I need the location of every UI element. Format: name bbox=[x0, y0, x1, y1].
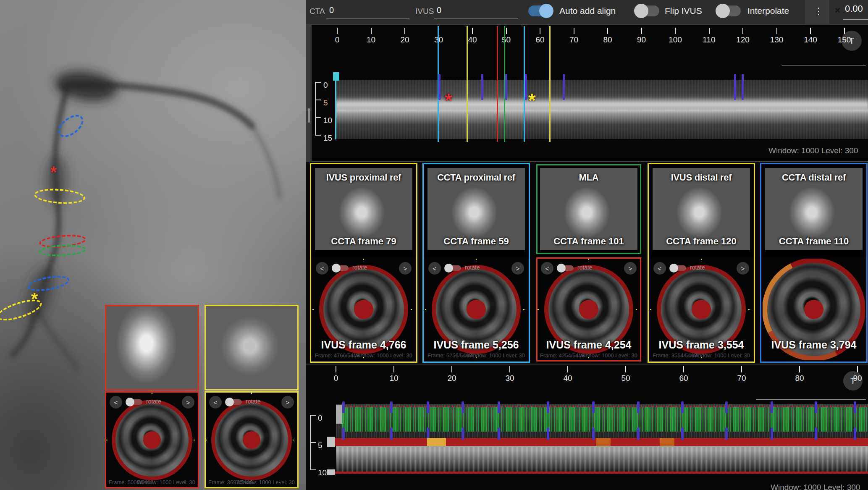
next-frame-button[interactable]: > bbox=[399, 262, 412, 275]
rotate-toggle-knob[interactable] bbox=[225, 398, 234, 406]
offset-value-field[interactable]: 0.00 bbox=[845, 3, 863, 14]
gating-mark[interactable] bbox=[815, 427, 817, 440]
prev-frame-button[interactable]: < bbox=[110, 396, 122, 409]
gating-mark[interactable] bbox=[390, 427, 393, 440]
top-ruler-label: 60 bbox=[535, 35, 544, 45]
rotate-toggle[interactable] bbox=[333, 265, 349, 271]
toggle-knob[interactable] bbox=[634, 4, 648, 18]
rotate-toggle-knob[interactable] bbox=[126, 398, 134, 406]
rotate-toggle[interactable] bbox=[126, 399, 142, 405]
gating-mark[interactable] bbox=[854, 427, 856, 440]
gating-mark[interactable] bbox=[390, 401, 393, 413]
ivus-view[interactable]: IVUS frame 3,794 bbox=[761, 257, 866, 362]
sync-line[interactable] bbox=[549, 26, 551, 142]
stent-segment[interactable] bbox=[596, 438, 611, 446]
ccta-thumbnail[interactable]: CCTA proximal ref CCTA frame 59 bbox=[424, 164, 529, 254]
gating-mark[interactable] bbox=[771, 401, 773, 413]
auto-add-align-toggle[interactable] bbox=[528, 5, 553, 16]
gating-mark[interactable] bbox=[592, 427, 595, 440]
ccta-thumbnail[interactable]: IVUS distal ref CCTA frame 120 bbox=[649, 164, 754, 254]
secondary-track-line[interactable] bbox=[334, 472, 868, 474]
ivus-view[interactable]: < > rotate IVUS frame 5,256 Frame: 5256/… bbox=[424, 257, 529, 362]
bookmark-mark[interactable] bbox=[481, 74, 483, 100]
gating-mark[interactable] bbox=[342, 401, 345, 413]
gating-mark[interactable] bbox=[725, 401, 728, 413]
sync-line[interactable] bbox=[467, 26, 468, 142]
ivus-view[interactable]: < > rotate IVUS frame 4,766 Frame: 4766/… bbox=[311, 257, 416, 362]
gating-mark[interactable] bbox=[462, 401, 464, 413]
secondary-track-handle[interactable] bbox=[327, 469, 335, 475]
ivus-view[interactable]: < > rotate IVUS frame 4,254 Frame: 4254/… bbox=[536, 257, 641, 362]
angiography-view[interactable]: * * < > rotate Frame: 5006/5408 Window: … bbox=[0, 0, 306, 490]
ivus-view[interactable]: < > rotate IVUS frame 3,554 Frame: 3554/… bbox=[649, 257, 754, 362]
gating-mark[interactable] bbox=[725, 427, 728, 440]
next-frame-button[interactable]: > bbox=[511, 262, 524, 275]
kebab-menu-icon[interactable]: ⋮ bbox=[814, 6, 823, 17]
gating-mark[interactable] bbox=[547, 401, 549, 413]
flip-ivus-toggle[interactable] bbox=[635, 5, 659, 16]
stent-segment[interactable] bbox=[660, 438, 674, 446]
prev-frame-button[interactable]: < bbox=[653, 262, 666, 275]
toggle-knob[interactable] bbox=[539, 4, 553, 18]
gating-mark[interactable] bbox=[681, 401, 684, 413]
gating-mark[interactable] bbox=[637, 401, 640, 413]
gating-mark[interactable] bbox=[637, 427, 640, 440]
scrollbar-track[interactable] bbox=[306, 24, 312, 162]
gating-mark[interactable] bbox=[547, 427, 549, 440]
prev-frame-button[interactable]: < bbox=[428, 262, 441, 275]
rotate-toggle[interactable] bbox=[670, 265, 686, 271]
next-frame-button[interactable]: > bbox=[182, 396, 194, 409]
ccta-thumbnail[interactable]: CCTA distal ref CCTA frame 110 bbox=[761, 164, 866, 254]
sync-line[interactable] bbox=[497, 26, 498, 142]
rotate-toggle-knob[interactable] bbox=[669, 264, 678, 273]
gating-mark[interactable] bbox=[427, 401, 429, 413]
track-start-handle[interactable] bbox=[327, 437, 335, 447]
rotate-toggle[interactable] bbox=[226, 399, 242, 405]
gating-mark[interactable] bbox=[498, 427, 500, 440]
next-frame-button[interactable]: > bbox=[737, 262, 749, 275]
top-ruler-label: 20 bbox=[400, 35, 409, 45]
gating-mark[interactable] bbox=[342, 427, 345, 440]
rotate-toggle[interactable] bbox=[445, 265, 461, 271]
ivus-longitudinal-lower[interactable] bbox=[336, 446, 868, 472]
prev-frame-button[interactable]: < bbox=[316, 262, 328, 275]
toggle-knob[interactable] bbox=[716, 4, 730, 18]
ccta-thumbnail[interactable]: IVUS proximal ref CCTA frame 79 bbox=[311, 164, 416, 254]
ccta-thumbnail[interactable]: MLA CCTA frame 101 bbox=[536, 164, 641, 254]
top-ruler-tick bbox=[371, 28, 372, 34]
rotate-toggle-knob[interactable] bbox=[444, 264, 453, 273]
gating-mark[interactable] bbox=[681, 427, 684, 440]
bookmark-mark[interactable] bbox=[563, 74, 565, 100]
interpolate-toggle[interactable] bbox=[716, 5, 741, 16]
stent-segment[interactable] bbox=[427, 438, 446, 446]
next-frame-button[interactable]: > bbox=[624, 262, 637, 275]
gating-mark[interactable] bbox=[498, 401, 500, 413]
gating-mark[interactable] bbox=[592, 401, 595, 413]
bookmark-mark[interactable] bbox=[438, 74, 441, 100]
ivus-offset-input[interactable]: 0 bbox=[437, 5, 441, 15]
window-level: Window: 1000 Level: 30 bbox=[236, 479, 295, 485]
prev-frame-button[interactable]: < bbox=[209, 396, 222, 409]
inset-ivus-view[interactable]: < > rotate Frame: 3697/5408 Window: 1000… bbox=[205, 391, 299, 488]
close-icon[interactable]: × bbox=[835, 5, 840, 16]
bookmark-mark[interactable] bbox=[742, 74, 744, 100]
rotate-toggle[interactable] bbox=[558, 265, 574, 271]
scrollbar-handle[interactable] bbox=[308, 108, 310, 123]
inset-ccta-image[interactable] bbox=[205, 305, 299, 390]
bookmark-mark[interactable] bbox=[734, 74, 736, 100]
prev-frame-button[interactable]: < bbox=[541, 262, 553, 275]
bookmark-mark[interactable] bbox=[525, 74, 527, 100]
gating-mark[interactable] bbox=[771, 427, 773, 440]
cta-offset-input[interactable]: 0 bbox=[329, 5, 334, 15]
inset-ccta-image[interactable] bbox=[105, 305, 199, 390]
ivus-input-underline bbox=[434, 18, 518, 18]
rotate-toggle-knob[interactable] bbox=[557, 264, 566, 273]
gating-mark[interactable] bbox=[815, 401, 817, 413]
bookmark-mark[interactable] bbox=[505, 74, 507, 100]
gating-mark[interactable] bbox=[462, 427, 464, 440]
rotate-toggle-knob[interactable] bbox=[332, 264, 341, 273]
start-marker-handle[interactable] bbox=[333, 72, 339, 81]
inset-ivus-view[interactable]: < > rotate Frame: 5006/5408 Window: 1000… bbox=[105, 391, 199, 488]
next-frame-button[interactable]: > bbox=[281, 396, 294, 409]
gating-mark[interactable] bbox=[854, 401, 856, 413]
